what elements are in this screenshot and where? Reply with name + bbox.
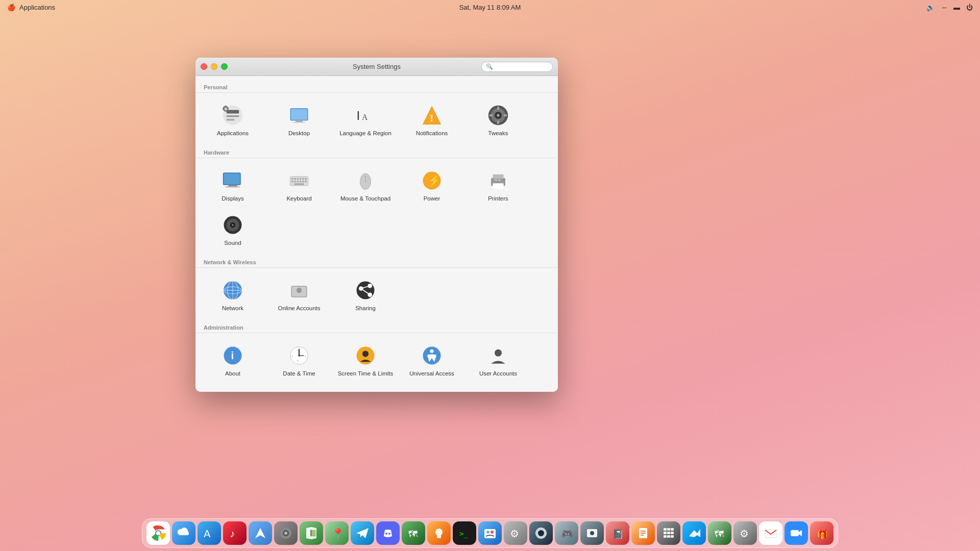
svg-rect-23 bbox=[224, 173, 240, 184]
dock-item-zoom[interactable] bbox=[785, 521, 808, 545]
svg-text:📓: 📓 bbox=[612, 529, 624, 540]
svg-rect-40 bbox=[294, 183, 304, 185]
dock-item-maps[interactable]: 📍 bbox=[325, 521, 349, 545]
dock-item-appstore[interactable]: A bbox=[198, 521, 221, 545]
dock-item-gift[interactable]: 🎮 bbox=[555, 521, 578, 545]
dock-item-arrow[interactable] bbox=[249, 521, 272, 545]
svg-rect-124 bbox=[671, 532, 674, 534]
dock-item-numpad[interactable] bbox=[657, 521, 680, 545]
dock-item-maps-native[interactable]: 🗺 bbox=[708, 521, 731, 545]
minimize-button[interactable] bbox=[211, 63, 217, 70]
dock-item-vscode[interactable] bbox=[682, 521, 706, 545]
dock-item-sys-settings[interactable]: ⚙ bbox=[733, 521, 757, 545]
desktop-label: Desktop bbox=[288, 130, 310, 137]
dock-item-settings-alt[interactable] bbox=[274, 521, 298, 545]
svg-point-95 bbox=[284, 532, 287, 535]
sound-label: Sound bbox=[224, 239, 241, 247]
settings-item-power[interactable]: ⚡ Power bbox=[399, 163, 465, 208]
dock-item-telegram[interactable] bbox=[351, 521, 374, 545]
svg-rect-18 bbox=[497, 107, 499, 110]
maximize-button[interactable] bbox=[221, 63, 228, 70]
dock-item-screenshot[interactable] bbox=[580, 521, 604, 545]
svg-text:A: A bbox=[204, 528, 211, 539]
dock-item-music[interactable]: ♪ bbox=[223, 521, 247, 545]
settings-item-sharing[interactable]: Sharing bbox=[332, 273, 399, 317]
svg-rect-50 bbox=[498, 180, 501, 181]
svg-marker-98 bbox=[356, 528, 369, 538]
notifications-icon: ! bbox=[420, 103, 444, 128]
battery-icon: ▬ bbox=[953, 4, 960, 11]
dock-item-tickets[interactable]: 📓 bbox=[606, 521, 629, 545]
app-menu-label[interactable]: Applications bbox=[19, 4, 55, 11]
settings-item-displays[interactable]: Displays bbox=[200, 163, 266, 208]
settings-item-online-accounts[interactable]: Online Accounts bbox=[266, 273, 332, 317]
svg-rect-38 bbox=[302, 181, 304, 183]
search-box[interactable]: 🔍 bbox=[481, 62, 553, 72]
dock-item-cloud[interactable] bbox=[172, 521, 195, 545]
settings-item-about[interactable]: i About bbox=[200, 338, 266, 383]
settings-item-tweaks[interactable]: Tweaks bbox=[465, 98, 531, 142]
svg-rect-131 bbox=[791, 530, 799, 536]
language-region-icon: I A bbox=[353, 103, 378, 128]
window-controls bbox=[201, 63, 228, 70]
dock-item-finder[interactable] bbox=[478, 521, 502, 545]
svg-rect-3 bbox=[227, 119, 235, 121]
search-input[interactable] bbox=[495, 63, 556, 70]
svg-marker-132 bbox=[799, 530, 802, 536]
volume-icon[interactable]: 🔊 bbox=[926, 4, 935, 11]
topbar-left: 🍎 Applications bbox=[7, 4, 55, 11]
settings-item-notifications[interactable]: ! Notifications bbox=[399, 98, 465, 142]
close-button[interactable] bbox=[201, 63, 207, 70]
svg-rect-28 bbox=[291, 178, 293, 180]
dock-item-gear[interactable]: ⚙ bbox=[504, 521, 527, 545]
dock-item-notes[interactable] bbox=[631, 521, 655, 545]
svg-rect-8 bbox=[296, 121, 303, 122]
svg-text:A: A bbox=[225, 107, 228, 111]
svg-text:📍: 📍 bbox=[332, 528, 344, 540]
date-time-icon: 12 6 9 3 bbox=[287, 343, 311, 368]
svg-rect-37 bbox=[300, 181, 302, 183]
settings-item-applications[interactable]: A Applications bbox=[200, 98, 266, 142]
dock-item-vpn[interactable] bbox=[427, 521, 451, 545]
language-region-label: Language & Region bbox=[339, 130, 391, 137]
dock-item-terminal[interactable]: >_ bbox=[453, 521, 476, 545]
sound-icon bbox=[220, 213, 245, 237]
svg-point-63 bbox=[297, 288, 302, 293]
dock-item-gmail[interactable] bbox=[759, 521, 782, 545]
dock-item-maps-alt[interactable]: 🗺 bbox=[402, 521, 425, 545]
settings-item-printers[interactable]: Printers bbox=[465, 163, 531, 208]
settings-item-sound[interactable]: Sound bbox=[200, 208, 266, 252]
settings-item-screen-time-limits[interactable]: Screen Time & Limits bbox=[332, 338, 399, 383]
svg-rect-1 bbox=[227, 110, 239, 114]
settings-item-keyboard[interactable]: Keyboard bbox=[266, 163, 332, 208]
svg-point-84 bbox=[430, 349, 434, 353]
svg-rect-9 bbox=[293, 122, 306, 123]
svg-rect-19 bbox=[497, 121, 499, 124]
dock-item-reward[interactable]: 🎁 bbox=[810, 521, 834, 545]
settings-item-mouse-touchpad[interactable]: Mouse & Touchpad bbox=[332, 163, 399, 208]
svg-rect-127 bbox=[671, 535, 674, 538]
displays-label: Displays bbox=[222, 195, 243, 203]
settings-item-network[interactable]: Network bbox=[200, 273, 266, 317]
settings-item-user-accounts[interactable]: User Accounts bbox=[465, 338, 531, 383]
keyboard-icon bbox=[287, 168, 311, 193]
admin-items-row: i About 12 6 bbox=[195, 336, 558, 387]
svg-point-110 bbox=[538, 530, 544, 536]
svg-text:⚙: ⚙ bbox=[510, 528, 519, 539]
dock-item-chrome[interactable] bbox=[146, 521, 170, 545]
section-administration: Administration i About bbox=[195, 321, 558, 387]
settings-item-desktop[interactable]: Desktop bbox=[266, 98, 332, 142]
settings-item-date-time[interactable]: 12 6 9 3 Date & Time bbox=[266, 338, 332, 383]
settings-item-language-region[interactable]: I A Language & Region bbox=[332, 98, 399, 142]
svg-text:I: I bbox=[357, 109, 360, 122]
dock-item-steam[interactable] bbox=[529, 521, 553, 545]
dock-item-foliate[interactable]: 📗 bbox=[300, 521, 323, 545]
svg-rect-20 bbox=[489, 114, 493, 116]
settings-item-universal-access[interactable]: Universal Access bbox=[399, 338, 465, 383]
screen-time-limits-icon bbox=[353, 343, 378, 368]
svg-point-113 bbox=[590, 531, 594, 535]
dock-item-discord[interactable] bbox=[376, 521, 400, 545]
svg-point-107 bbox=[491, 531, 494, 534]
svg-text:🗺: 🗺 bbox=[408, 529, 418, 539]
svg-rect-32 bbox=[302, 178, 304, 180]
